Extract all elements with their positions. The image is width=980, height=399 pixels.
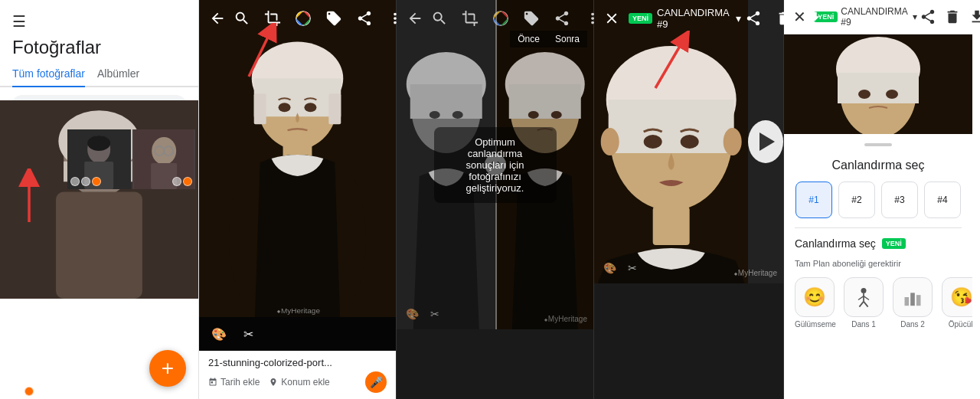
dance2-anim-item[interactable]: Dans 2: [893, 277, 933, 329]
anim-option-3[interactable]: #3: [881, 182, 918, 218]
anim-options-row: #1 #2 #3 #4: [795, 182, 962, 218]
kiss-icon-box: 😘: [942, 277, 972, 317]
zoom-icon[interactable]: [230, 6, 254, 31]
svg-rect-54: [653, 207, 690, 245]
anim-title: CANLANDIRMA #9: [657, 7, 731, 30]
delete-icon-anim[interactable]: [772, 6, 796, 31]
optimizing-overlay: Optimum canlandırma sonuçları için fotoğ…: [397, 0, 593, 329]
svg-point-53: [724, 128, 742, 155]
animation-video[interactable]: ⬥MyHeritage 🎨 ✂: [594, 0, 783, 283]
share-icon[interactable]: [352, 6, 377, 31]
select-animation-panel: ✕ YENİ CANLANDIRMA #9 ▾: [784, 0, 972, 399]
photo-thumb-2[interactable]: [67, 129, 130, 189]
download-icon-anim[interactable]: [802, 6, 827, 31]
share-icon-select[interactable]: [917, 6, 939, 28]
photo-meta: Tarih ekle Konum ekle 🎤: [208, 371, 387, 393]
yeni-badge-sub: YENİ: [882, 238, 906, 249]
svg-point-59: [858, 90, 871, 99]
dance2-label: Dans 2: [900, 320, 925, 329]
subheading: Canlandırma seç: [795, 237, 876, 250]
edit-icon-anim2[interactable]: ✂: [623, 259, 642, 277]
comparison-content: Optimum canlandırma sonuçları için fotoğ…: [397, 0, 593, 329]
photo-title: 21-stunning-colorized-port...: [208, 357, 387, 368]
svg-rect-68: [910, 293, 915, 306]
tab-once[interactable]: Önce: [510, 31, 547, 47]
svg-line-66: [864, 302, 868, 307]
palette-icon-anim[interactable]: 🎨: [600, 259, 619, 277]
anim-option-2[interactable]: #2: [838, 182, 875, 218]
mic-icon[interactable]: 🎤: [365, 371, 387, 393]
svg-point-28: [279, 103, 291, 112]
delete-icon-select[interactable]: [942, 6, 963, 28]
dance1-anim-item[interactable]: Dans 1: [844, 277, 884, 329]
add-photo-button[interactable]: +: [149, 350, 186, 387]
photo-info-bar: 21-stunning-colorized-port... Tarih ekle…: [199, 351, 396, 399]
smile-anim-item[interactable]: 😊 Gülümseme: [795, 277, 835, 329]
svg-point-10: [87, 136, 110, 151]
download-icon-select[interactable]: [966, 6, 980, 28]
palette-icon[interactable]: 🎨: [207, 322, 231, 346]
tab-after[interactable]: Sonra: [547, 31, 587, 47]
anim-option-1[interactable]: #1: [795, 182, 832, 218]
play-button[interactable]: [748, 120, 783, 163]
optimizing-text: Optimum canlandırma sonuçları için fotoğ…: [434, 127, 557, 203]
divider: [795, 227, 962, 228]
svg-point-52: [601, 128, 619, 155]
anim-badge-row: YENİ CANLANDIRMA #9 ▾: [629, 7, 741, 30]
select-anim-body: Canlandırma seç #1 #2 #3 #4 Canlandırma …: [784, 134, 972, 399]
svg-rect-67: [905, 297, 910, 306]
svg-line-64: [864, 296, 869, 300]
anim-panel-bottom: [594, 283, 783, 399]
svg-text:⬥MyHeritage: ⬥MyHeritage: [276, 306, 320, 315]
crop-icon[interactable]: [260, 6, 285, 31]
svg-point-51: [681, 135, 699, 149]
tag-icon[interactable]: [322, 6, 346, 31]
back-button[interactable]: [205, 6, 230, 31]
dance2-icon-box: [893, 277, 933, 317]
comparison-tabs: Önce Sonra: [510, 31, 587, 47]
svg-point-50: [644, 135, 662, 149]
date-meta[interactable]: Tarih ekle: [208, 371, 260, 393]
edit-tool-icon[interactable]: ✂: [236, 322, 260, 346]
dance1-label: Dans 1: [851, 320, 876, 329]
plan-required-text: Tam Plan aboneliği gerektirir: [795, 259, 962, 268]
location-meta[interactable]: Konum ekle: [269, 371, 329, 393]
share-icon-anim[interactable]: [741, 6, 766, 31]
photo-detail-toolbar: [199, 0, 396, 37]
anim-option-4[interactable]: #4: [924, 182, 961, 218]
smile-label: Gülümseme: [795, 320, 835, 329]
dance1-icon-box: [844, 277, 884, 317]
photo-canvas: ⬥MyHeritage: [199, 0, 396, 317]
svg-point-29: [304, 103, 316, 112]
drag-handle: [864, 143, 892, 146]
comparison-panel: Önce Sonra: [397, 0, 594, 399]
svg-rect-49: [609, 100, 734, 153]
watermark-anim: ⬥MyHeritage: [733, 269, 777, 277]
svg-rect-25: [254, 78, 341, 116]
photo-detail-panel: ⬥MyHeritage 🎨 ✂ 21-stunning-colorized-po…: [199, 0, 397, 399]
svg-rect-69: [916, 295, 921, 306]
svg-rect-58: [838, 73, 919, 103]
svg-line-63: [858, 296, 864, 300]
anim-tools: 🎨 ✂: [600, 259, 642, 277]
color-icon[interactable]: [291, 6, 315, 31]
svg-point-60: [886, 90, 898, 99]
anim-icons-row: 😊 Gülümseme Dans 1: [795, 277, 962, 329]
toolbar-anim-title: YENİ CANLANDIRMA #9 ▾: [814, 6, 916, 28]
select-anim-heading: Canlandırma seç: [795, 159, 962, 172]
animation-toolbar: YENİ CANLANDIRMA #9 ▾: [594, 0, 783, 37]
subheading-row: Canlandırma seç YENİ: [795, 237, 962, 250]
photo-thumb-1[interactable]: [3, 129, 66, 189]
svg-point-61: [861, 288, 867, 293]
photo-bottom-bar: 🎨 ✂: [199, 317, 396, 351]
photo-thumb-3[interactable]: [132, 129, 195, 189]
photos-panel: ☰ Fotoğraflar Tüm fotoğraflar Albümler 🔍: [0, 0, 199, 399]
kiss-anim-item[interactable]: 😘 Öpücük: [942, 277, 972, 329]
toolbar-right: [917, 6, 980, 28]
svg-line-65: [859, 302, 864, 307]
close-button-anim[interactable]: [600, 6, 622, 31]
select-anim-title: CANLANDIRMA #9: [841, 6, 909, 28]
kiss-label: Öpücük: [949, 320, 972, 329]
chevron-down-icon[interactable]: ▾: [736, 12, 741, 25]
animation-panel: YENİ CANLANDIRMA #9 ▾: [594, 0, 784, 399]
